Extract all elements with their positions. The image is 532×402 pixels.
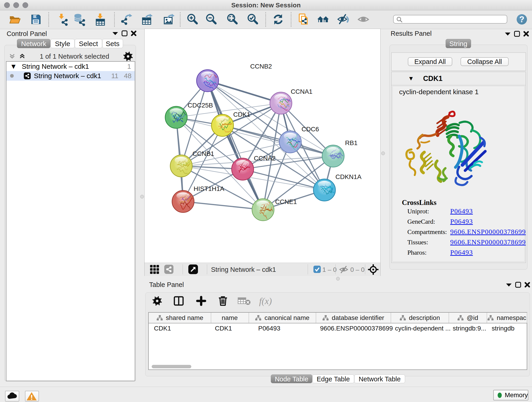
svg-text:CCNA2: CCNA2: [254, 155, 276, 162]
svg-text:CCNB2: CCNB2: [250, 63, 272, 70]
svg-text:CCNB1: CCNB1: [192, 150, 214, 157]
svg-text:CCNE1: CCNE1: [275, 198, 297, 205]
svg-text:RB1: RB1: [345, 139, 357, 147]
svg-text:CDC6: CDC6: [302, 126, 319, 133]
svg-text:CDKN1A: CDKN1A: [336, 173, 361, 180]
svg-text:CCNA1: CCNA1: [291, 88, 312, 95]
svg-text:HIST1H1A: HIST1H1A: [194, 185, 224, 192]
svg-text:CDK1: CDK1: [233, 111, 250, 118]
svg-text:CDC25B: CDC25B: [188, 102, 213, 109]
